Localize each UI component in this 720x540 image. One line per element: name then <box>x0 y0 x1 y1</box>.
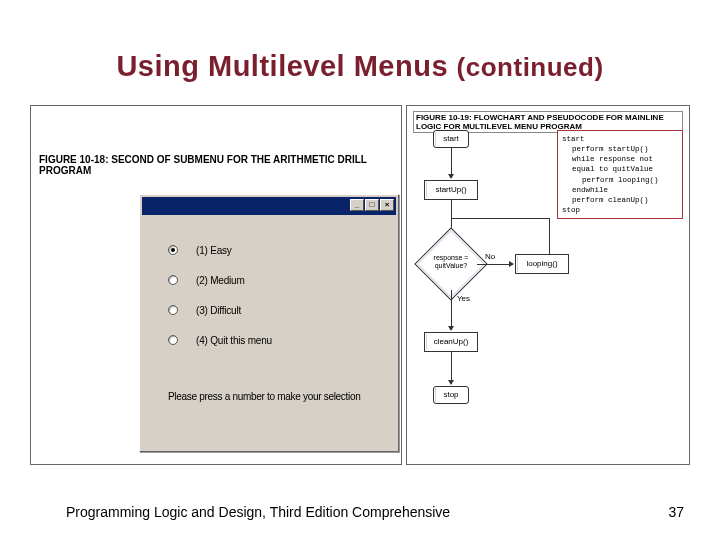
pseudo-line: endwhile <box>562 185 678 195</box>
flow-arrow <box>451 352 452 384</box>
slide: Using Multilevel Menus (continued) FIGUR… <box>0 0 720 540</box>
gui-window: _ □ × (1) Easy (2) Medium <box>139 194 399 452</box>
flow-cleanup: cleanUp() <box>424 332 478 352</box>
option-1-label: (1) Easy <box>196 245 232 256</box>
option-row-1: (1) Easy <box>168 235 386 265</box>
flow-line <box>549 218 550 254</box>
pseudo-line: perform cleanUp() <box>562 195 678 205</box>
flow-looping: looping() <box>515 254 569 274</box>
option-2-label: (2) Medium <box>196 275 245 286</box>
prompt-text: Please press a number to make your selec… <box>168 391 360 402</box>
pseudocode-box: start perform startUp() while response n… <box>557 130 683 219</box>
flow-stop: stop <box>433 386 469 404</box>
option-row-4: (4) Quit this menu <box>168 325 386 355</box>
window-buttons: _ □ × <box>350 199 394 211</box>
flow-arrow <box>451 148 452 178</box>
minimize-button[interactable]: _ <box>350 199 364 211</box>
pseudo-line: perform looping() <box>562 175 678 185</box>
option-4-label: (4) Quit this menu <box>196 335 272 346</box>
window-body: (1) Easy (2) Medium (3) Difficult (4) Qu… <box>168 235 386 355</box>
flow-decision-text: response = quitValue? <box>423 254 479 269</box>
branch-yes-label: Yes <box>457 294 470 303</box>
pseudo-line: perform startUp() <box>562 144 678 154</box>
radio-2[interactable] <box>168 275 178 285</box>
maximize-button[interactable]: □ <box>365 199 379 211</box>
radio-3[interactable] <box>168 305 178 315</box>
flow-arrow <box>451 290 452 330</box>
branch-no-label: No <box>485 252 495 261</box>
content-area: FIGURE 10-18: SECOND OF SUBMENU FOR THE … <box>30 105 690 465</box>
title-main: Using Multilevel Menus <box>116 50 456 82</box>
flow-start: start <box>433 130 469 148</box>
figure-left-caption: FIGURE 10-18: SECOND OF SUBMENU FOR THE … <box>39 154 401 176</box>
close-button[interactable]: × <box>380 199 394 211</box>
radio-4[interactable] <box>168 335 178 345</box>
pseudo-line: stop <box>562 205 678 215</box>
figure-right: FIGURE 10-19: FLOWCHART AND PSEUDOCODE F… <box>406 105 690 465</box>
slide-title: Using Multilevel Menus (continued) <box>0 50 720 83</box>
title-continued: (continued) <box>457 52 604 82</box>
option-3-label: (3) Difficult <box>196 305 241 316</box>
pseudo-line: while response not equal to quitValue <box>562 154 678 174</box>
option-row-2: (2) Medium <box>168 265 386 295</box>
flow-startup: startUp() <box>424 180 478 200</box>
flow-line <box>451 218 549 219</box>
page-number: 37 <box>668 504 684 520</box>
window-titlebar: _ □ × <box>142 197 396 215</box>
flow-arrow <box>477 264 513 265</box>
footer-text: Programming Logic and Design, Third Edit… <box>66 504 450 520</box>
option-row-3: (3) Difficult <box>168 295 386 325</box>
slide-footer: Programming Logic and Design, Third Edit… <box>66 504 684 520</box>
figure-left: FIGURE 10-18: SECOND OF SUBMENU FOR THE … <box>30 105 402 465</box>
pseudo-line: start <box>562 134 678 144</box>
radio-1[interactable] <box>168 245 178 255</box>
